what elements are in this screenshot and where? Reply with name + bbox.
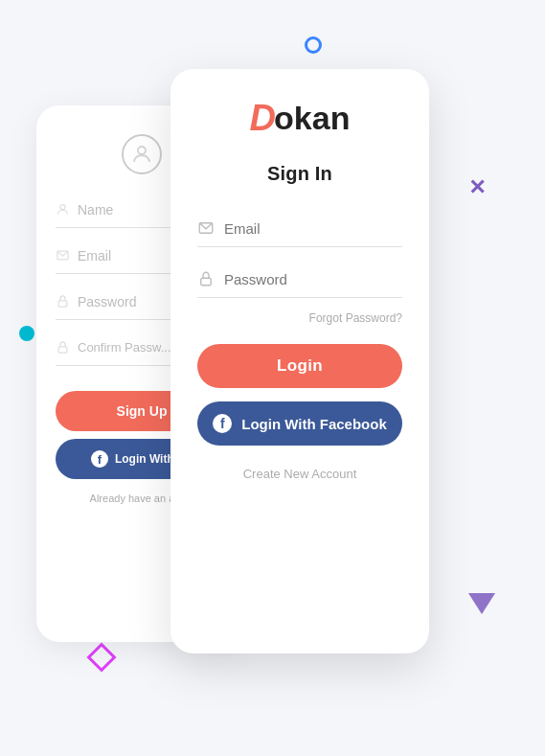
logo-okan: okan — [274, 102, 350, 134]
password-input-group — [197, 261, 402, 298]
confirm-password-label: Confirm Passw... — [78, 340, 171, 355]
deco-diamond — [86, 642, 116, 672]
email-input[interactable] — [224, 220, 402, 237]
svg-rect-4 — [58, 347, 67, 353]
facebook-login-button[interactable]: f Login With Facebook — [197, 401, 402, 446]
email-icon — [197, 219, 215, 237]
signin-card: D okan Sign In Forgot Password? Login f … — [170, 69, 429, 653]
avatar-icon — [122, 134, 162, 174]
email-label: Email — [78, 248, 111, 263]
svg-point-1 — [60, 205, 65, 210]
svg-point-0 — [138, 147, 146, 154]
deco-triangle — [468, 593, 495, 614]
logo-d: D — [250, 100, 276, 136]
deco-x: ✕ — [468, 177, 486, 198]
lock-icon — [197, 270, 215, 287]
facebook-icon: f — [213, 414, 232, 433]
password-input[interactable] — [224, 271, 402, 287]
email-input-group — [197, 210, 402, 247]
deco-circle — [305, 36, 322, 54]
login-button[interactable]: Login — [197, 344, 402, 388]
svg-rect-6 — [201, 278, 212, 286]
forgot-password-link[interactable]: Forgot Password? — [197, 311, 402, 325]
password-label: Password — [78, 294, 136, 309]
facebook-button-label: Login With Facebook — [241, 416, 387, 432]
svg-rect-3 — [58, 301, 67, 307]
name-label: Name — [78, 202, 113, 218]
deco-dot — [19, 326, 34, 341]
signin-title: Sign In — [267, 163, 332, 185]
logo: D okan — [250, 100, 351, 136]
create-account-link[interactable]: Create New Account — [243, 467, 357, 481]
